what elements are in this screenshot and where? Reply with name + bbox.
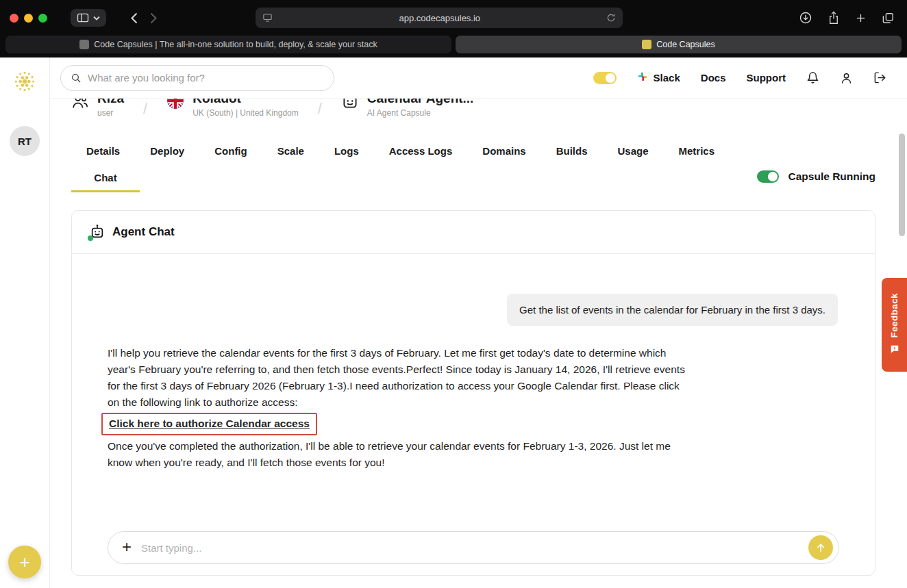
breadcrumb-capsule-name: Calendar Agent...: [367, 99, 474, 107]
agent-robot-icon: [90, 224, 105, 240]
agent-online-dot: [88, 235, 93, 241]
url-text[interactable]: app.codecapsules.io: [273, 13, 606, 23]
app-main: Slack Docs Support: [50, 57, 907, 588]
tab-deploy[interactable]: Deploy: [135, 138, 199, 164]
chevron-down-icon[interactable]: [93, 16, 100, 21]
browser-tab-app[interactable]: Code Capsules: [456, 36, 902, 53]
assistant-message-part2: Once you've completed the authorization,…: [108, 438, 688, 471]
breadcrumb-user-name: Riza: [97, 99, 124, 107]
search-icon: [71, 73, 82, 84]
app-header: Slack Docs Support: [50, 57, 907, 99]
breadcrumb-user[interactable]: Riza user: [71, 99, 124, 118]
attach-plus-button[interactable]: +: [122, 539, 132, 555]
tab-logs[interactable]: Logs: [319, 138, 374, 164]
toolbar-right-icons: [799, 11, 897, 25]
breadcrumb-capsule-subtitle: AI Agent Capsule: [367, 108, 474, 118]
user-message-bubble: Get the list of events in the calendar f…: [507, 294, 838, 326]
app-window: RT +: [0, 57, 907, 588]
address-bar[interactable]: app.codecapsules.io: [256, 8, 623, 28]
browser-tab-title: Code Capsules | The all-in-one solution …: [94, 40, 377, 49]
user-icon: [71, 99, 89, 114]
window-controls: [10, 14, 47, 23]
toggle-knob: [768, 172, 778, 181]
sidebar-toggle-group[interactable]: [71, 9, 106, 27]
authorize-link-row: Click here to authorize Calendar access: [101, 413, 688, 435]
share-icon[interactable]: [828, 11, 840, 25]
uk-flag-icon: [166, 99, 184, 112]
agent-chat-card: Agent Chat Get the list of events in the…: [71, 210, 875, 576]
tab-usage[interactable]: Usage: [603, 138, 664, 164]
page-scrollbar[interactable]: [899, 133, 905, 236]
feedback-tab[interactable]: Feedback: [882, 278, 907, 372]
add-capsule-button[interactable]: +: [8, 546, 41, 578]
tab-chat[interactable]: Chat: [71, 165, 140, 192]
tab-overview-icon[interactable]: [882, 12, 895, 25]
theme-toggle[interactable]: [593, 72, 617, 84]
sidebar-toggle-icon[interactable]: [77, 12, 89, 23]
logout-icon[interactable]: [873, 71, 886, 84]
tab-config[interactable]: Config: [199, 138, 262, 164]
chat-input[interactable]: [141, 542, 799, 554]
breadcrumb-user-subtitle: user: [97, 108, 124, 118]
tab-favicon: [642, 40, 651, 49]
global-search[interactable]: [60, 65, 334, 91]
browser-chrome: app.codecapsules.io: [0, 0, 907, 57]
tab-scale[interactable]: Scale: [262, 138, 319, 164]
account-icon[interactable]: [840, 71, 853, 85]
robot-icon: [341, 99, 359, 114]
close-window-button[interactable]: [10, 14, 18, 23]
chat-messages: Get the list of events in the calendar f…: [72, 254, 875, 471]
notifications-bell-icon[interactable]: [806, 71, 819, 85]
tab-strip: Code Capsules | The all-in-one solution …: [0, 36, 907, 57]
tab-access-logs[interactable]: Access Logs: [374, 138, 468, 164]
tab-domains[interactable]: Domains: [467, 138, 541, 164]
slack-icon: [637, 71, 648, 84]
downloads-icon[interactable]: [799, 11, 812, 25]
header-right-cluster: Slack Docs Support: [593, 71, 886, 85]
agent-chat-header: Agent Chat: [72, 211, 875, 254]
nav-arrows: [124, 10, 164, 27]
support-link[interactable]: Support: [747, 72, 786, 84]
page-format-icon[interactable]: [262, 13, 273, 23]
forward-button[interactable]: [150, 12, 157, 24]
tab-favicon: [79, 40, 89, 49]
assistant-message-part1: I'll help you retrieve the calendar even…: [108, 345, 688, 411]
slack-link[interactable]: Slack: [637, 71, 680, 84]
user-avatar[interactable]: RT: [10, 126, 40, 156]
breadcrumb-space-name: Koladot: [192, 99, 299, 107]
breadcrumb-separator: /: [143, 100, 147, 118]
new-tab-icon[interactable]: [855, 12, 867, 24]
capsule-running-toggle[interactable]: [757, 170, 779, 183]
authorize-link-highlight-box: Click here to authorize Calendar access: [101, 413, 317, 435]
minimize-window-button[interactable]: [24, 14, 33, 23]
chat-input-bar[interactable]: +: [108, 531, 839, 564]
capsule-tabs-row-1: Details Deploy Config Scale Logs Access …: [50, 138, 907, 164]
breadcrumb: Riza user /: [50, 99, 907, 126]
capsule-running-cluster: Capsule Running: [757, 170, 875, 183]
breadcrumb-capsule[interactable]: Calendar Agent... AI Agent Capsule: [341, 99, 474, 118]
tab-metrics[interactable]: Metrics: [664, 138, 730, 164]
code-capsules-logo-icon: [12, 68, 38, 97]
breadcrumb-space[interactable]: Koladot UK (South) | United Kingdom: [166, 99, 299, 118]
screen: app.codecapsules.io: [0, 0, 907, 588]
app-sidebar: RT +: [0, 57, 50, 588]
capsule-tabs-row-2: Chat Capsule Running: [50, 165, 907, 192]
agent-chat-title: Agent Chat: [112, 225, 175, 239]
browser-toolbar: app.codecapsules.io: [0, 0, 907, 36]
back-button[interactable]: [131, 12, 138, 24]
tab-details[interactable]: Details: [71, 138, 135, 164]
docs-link[interactable]: Docs: [701, 72, 726, 84]
feedback-label: Feedback: [889, 293, 899, 337]
breadcrumb-separator: /: [318, 100, 322, 118]
zoom-window-button[interactable]: [38, 14, 47, 23]
search-input[interactable]: [88, 72, 324, 84]
slack-label: Slack: [654, 72, 680, 84]
authorize-calendar-link[interactable]: Click here to authorize Calendar access: [109, 418, 310, 429]
assistant-message: I'll help you retrieve the calendar even…: [108, 345, 688, 471]
feedback-bubble-icon: [890, 344, 899, 357]
breadcrumb-space-subtitle: UK (South) | United Kingdom: [192, 108, 299, 118]
send-button[interactable]: [808, 535, 833, 560]
browser-tab-marketing[interactable]: Code Capsules | The all-in-one solution …: [5, 36, 451, 53]
tab-builds[interactable]: Builds: [541, 138, 603, 164]
reload-icon[interactable]: [606, 13, 616, 23]
